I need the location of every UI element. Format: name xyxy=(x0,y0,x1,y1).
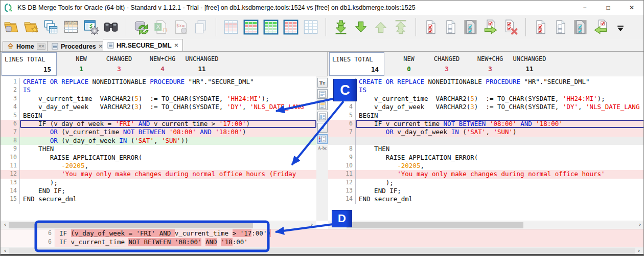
app-logo-icon xyxy=(4,3,13,12)
uncheck-all-right-button[interactable] xyxy=(553,19,568,35)
find-button[interactable] xyxy=(103,19,119,35)
code-line-9[interactable]: 9 THEN xyxy=(1,145,316,153)
revert-all-changes-button[interactable] xyxy=(393,19,408,35)
code-line-7[interactable]: 7 OR (v_current_time NOT BETWEEN '08:00'… xyxy=(1,128,316,136)
right-horizontal-scrollbar[interactable]: ‹ › xyxy=(328,221,644,229)
code-line-11[interactable]: 11 'You may only make changes during nor… xyxy=(328,170,644,178)
code-line-5[interactable]: 5BEGIN xyxy=(1,112,316,120)
code-text: BEGIN xyxy=(20,112,316,120)
code-line-13[interactable]: 13 ); xyxy=(1,179,316,187)
close-tab-icon[interactable]: ✕ xyxy=(174,42,178,48)
code-line-7[interactable]: 7 OR v_day_of_week IN ('SAT', 'SUN') xyxy=(328,128,644,136)
show-all-rows-button[interactable] xyxy=(223,19,239,35)
line-number: 8 xyxy=(328,145,356,153)
code-line-1[interactable]: 1CREATE OR REPLACE NONEDITIONABLE PROCED… xyxy=(328,78,644,86)
invert-checked-left-button[interactable] xyxy=(463,19,478,35)
line-number: 13 xyxy=(328,187,356,195)
line-diff-row[interactable]: 6IF (v_day_of_week = 'FRI' AND v_current… xyxy=(1,229,644,238)
export-excel-button[interactable]: X{} xyxy=(153,19,169,35)
code-line-9[interactable]: 9 RAISE_APPLICATION_ERROR( xyxy=(328,154,644,162)
code-line-6[interactable]: 6 IF v_current_time NOT BETWEEN '08:00' … xyxy=(328,120,644,128)
apply-all-changes-button[interactable] xyxy=(333,19,349,35)
close-all-tabs-icon[interactable]: ✕✕ xyxy=(37,44,45,50)
apply-checked-to-right-button[interactable] xyxy=(483,19,498,35)
scroll-left-icon[interactable]: ‹ xyxy=(2,247,9,254)
tab-hr-secure-dml[interactable]: HR.SECURE_DML ✕ xyxy=(103,39,183,51)
line-diff-row[interactable]: 6IF v_current_time NOT BETWEEN '08:00' A… xyxy=(1,238,644,247)
code-line-2[interactable]: 2IS xyxy=(1,86,316,94)
code-line-14[interactable]: 14END secure_dml xyxy=(328,195,644,203)
text-size-button[interactable]: Tт xyxy=(317,78,328,88)
line-numbers-button[interactable]: 12 xyxy=(317,134,328,144)
copy-button[interactable] xyxy=(193,19,209,35)
scrollbar-thumb[interactable] xyxy=(9,222,253,228)
code-text: IF v_current_time NOT BETWEEN '08:00' AN… xyxy=(356,120,644,128)
open-comparison-button[interactable] xyxy=(4,19,19,35)
code-line-10[interactable]: 10 -20205, xyxy=(328,162,644,170)
copy-grid-button[interactable] xyxy=(43,19,59,35)
view-option-2-button[interactable] xyxy=(317,100,328,110)
scroll-right-icon[interactable]: › xyxy=(308,221,315,228)
show-new-button[interactable] xyxy=(263,19,279,35)
code-line-12[interactable]: 12 ); xyxy=(328,179,644,187)
minimize-button[interactable]: − xyxy=(573,1,596,15)
code-line-10[interactable]: 10 RAISE_APPLICATION_ERROR( xyxy=(1,154,316,162)
new-label: NEW xyxy=(76,55,87,62)
discard-checked-button[interactable] xyxy=(503,19,518,35)
code-line-12[interactable]: 12 'You may only make changes during nor… xyxy=(1,170,316,178)
code-line-6[interactable]: 6 IF (v_day_of_week = 'FRI' AND v_curren… xyxy=(1,120,316,128)
code-line-14[interactable]: 14 END IF; xyxy=(1,187,316,195)
code-line-5[interactable]: 5BEGIN xyxy=(328,112,644,120)
code-line-2[interactable]: 2IS xyxy=(328,86,644,94)
refresh-comparison-button[interactable] xyxy=(133,19,149,35)
code-line-4[interactable]: 4 v_day_of_week VARCHAR2(3) := TO_CHAR(S… xyxy=(328,103,644,111)
app-window: KS DB Merge Tools for Oracle (64-bit) - … xyxy=(0,0,644,256)
check-all-left-button[interactable] xyxy=(423,19,439,35)
new-comparison-button[interactable] xyxy=(24,19,39,35)
svg-text:2: 2 xyxy=(318,139,320,142)
close-button[interactable]: ✕ xyxy=(620,1,643,15)
scrollbar-thumb[interactable] xyxy=(347,222,523,228)
invert-checked-right-button[interactable] xyxy=(573,19,588,35)
show-unchanged-button[interactable] xyxy=(303,19,318,35)
line-number: 12 xyxy=(328,179,356,187)
code-line-8[interactable]: 8 OR (v_day_of_week IN ('SAT', 'SUN')) xyxy=(1,137,316,145)
tab-label: Procedures xyxy=(61,43,96,50)
select-data-button[interactable]: SELECT xyxy=(63,19,79,35)
revert-selected-change-button[interactable] xyxy=(373,19,388,35)
code-line-3[interactable]: 3 v_current_time VARCHAR2(5) := TO_CHAR(… xyxy=(1,95,316,103)
show-changed-button[interactable] xyxy=(283,19,298,35)
grid-options-button[interactable] xyxy=(83,19,99,35)
view-option-1-button[interactable] xyxy=(317,89,328,99)
view-option-3-button[interactable] xyxy=(317,112,328,121)
check-all-right-button[interactable] xyxy=(533,19,548,35)
code-line-11[interactable]: 11 -20205, xyxy=(1,162,316,170)
code-line-4[interactable]: 4 v_day_of_week VARCHAR2(3) := TO_CHAR(S… xyxy=(1,103,316,111)
tab-procedures[interactable]: Procedures ✕ xyxy=(47,41,107,51)
maximize-button[interactable]: □ xyxy=(596,1,620,15)
code-text: END secure_dml xyxy=(356,195,644,203)
more-options-button[interactable] xyxy=(613,19,628,35)
apply-selected-change-button[interactable] xyxy=(353,19,369,35)
code-line-15[interactable]: 15END secure_dml xyxy=(1,195,316,203)
next-difference-button[interactable]: » xyxy=(317,123,328,133)
scroll-right-icon[interactable]: › xyxy=(636,221,643,228)
uncheck-all-left-button[interactable] xyxy=(443,19,458,35)
apply-checked-to-left-button[interactable] xyxy=(593,19,608,35)
scroll-left-icon[interactable]: ‹ xyxy=(2,221,9,228)
scroll-right-icon[interactable]: › xyxy=(635,247,642,254)
close-tab-icon[interactable]: ✕ xyxy=(99,44,103,49)
code-line-1[interactable]: 1CREATE OR REPLACE NONEDITIONABLE PROCED… xyxy=(1,78,316,86)
generate-script-button[interactable]: $x= xyxy=(173,19,189,35)
alignment-gap-row[interactable] xyxy=(328,137,644,145)
line-number: 15 xyxy=(1,195,20,203)
code-line-8[interactable]: 8 THEN xyxy=(328,145,644,153)
code-line-13[interactable]: 13 END IF; xyxy=(328,187,644,195)
tab-home[interactable]: Home ✕✕ xyxy=(3,41,50,51)
code-text: v_current_time VARCHAR2(5) := TO_CHAR(SY… xyxy=(20,95,316,103)
case-sensitivity-label[interactable]: A-bc xyxy=(317,146,328,151)
code-text: ); xyxy=(356,179,644,187)
show-new-and-changed-button[interactable] xyxy=(243,19,259,35)
left-horizontal-scrollbar[interactable]: ‹ › xyxy=(1,221,316,229)
code-line-3[interactable]: 3 v_current_time VARCHAR2(5) := TO_CHAR(… xyxy=(328,95,644,103)
